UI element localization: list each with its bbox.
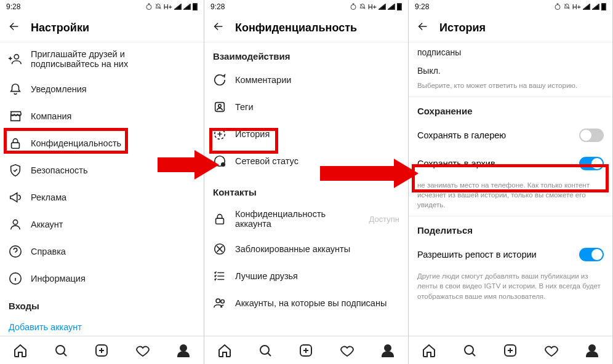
menu-label: Теги (235, 102, 399, 112)
svg-point-3 (14, 55, 18, 59)
svg-point-29 (465, 346, 473, 354)
toggle-label: Разрешить репост в истории (417, 250, 537, 259)
menu-privacy[interactable]: Конфиденциальность (0, 130, 204, 157)
tag-icon (213, 100, 226, 114)
menu-ads[interactable]: Реклама (0, 184, 204, 211)
svg-rect-4 (12, 143, 20, 148)
search-icon[interactable] (54, 343, 68, 358)
menu-story[interactable]: История (204, 121, 408, 148)
home-icon[interactable] (13, 343, 28, 358)
svg-point-0 (146, 5, 151, 10)
add-user-icon (9, 52, 22, 66)
row-allow-repost[interactable]: Разрешить репост в истории (409, 240, 612, 269)
menu-security[interactable]: Безопасность (0, 157, 204, 184)
svg-rect-27 (601, 4, 606, 10)
menu-label: История (235, 129, 399, 139)
toggle-switch[interactable] (579, 129, 604, 142)
lock-icon (9, 136, 22, 150)
heart-icon[interactable] (544, 343, 559, 358)
settings-list: Приглашайте друзей и подписывайтесь на н… (0, 42, 204, 336)
bottom-nav (204, 336, 408, 364)
storefront-icon (9, 109, 22, 123)
menu-label: Конфиденциальность (31, 138, 195, 148)
menu-notifications[interactable]: Уведомления (0, 76, 204, 103)
profile-icon[interactable] (585, 343, 599, 358)
add-post-icon[interactable] (298, 343, 313, 358)
section-interactions: Взаимодействия (204, 42, 408, 66)
users-icon (213, 296, 226, 310)
shield-icon (9, 164, 22, 177)
page-title: Конфиденциальность (235, 22, 357, 34)
page-title: История (439, 22, 486, 34)
menu-comments[interactable]: Комментарии (204, 66, 408, 93)
status-bar: 9:28 H+ (204, 0, 408, 14)
status-time: 9:28 (6, 2, 20, 11)
toggle-switch[interactable] (579, 157, 604, 170)
panel-settings: 9:28 H+ Настройки Приглашайте друзей и п… (0, 0, 204, 364)
menu-tags[interactable]: Теги (204, 93, 408, 121)
menu-label: Справка (31, 247, 195, 256)
add-post-icon[interactable] (94, 343, 109, 358)
story-icon (213, 127, 226, 141)
off-value: Выкл. (409, 61, 612, 78)
back-icon[interactable] (212, 20, 225, 36)
archive-hint: не занимать место на телефоне. Как тольк… (409, 178, 612, 216)
svg-point-21 (216, 299, 220, 303)
row-save-archive[interactable]: Сохранять в архив (409, 149, 612, 178)
row-save-gallery[interactable]: Сохранять в галерею (409, 121, 612, 149)
profile-icon[interactable] (380, 343, 395, 358)
section-contacts: Контакты (204, 175, 408, 202)
add-account-link[interactable]: Добавить аккаунт (0, 316, 204, 336)
reply-hint: Выберите, кто может ответить на вашу ист… (409, 78, 612, 97)
menu-label: Заблокированные аккаунты (235, 244, 399, 254)
heart-icon[interactable] (340, 343, 355, 358)
panel-story: 9:28 H+ История подписаны Выкл. Выберите… (409, 0, 613, 364)
megaphone-icon (9, 191, 22, 204)
home-icon[interactable] (422, 343, 436, 358)
svg-point-15 (218, 105, 222, 108)
menu-label: Компания (31, 111, 195, 121)
menu-help[interactable]: Справка (0, 238, 204, 265)
search-icon[interactable] (462, 343, 477, 358)
section-share: Поделиться (409, 216, 612, 240)
status-time: 9:28 (415, 2, 429, 11)
svg-point-26 (555, 5, 560, 10)
menu-info[interactable]: Информация (0, 265, 204, 292)
comment-icon (213, 73, 226, 87)
back-icon[interactable] (7, 20, 21, 36)
home-icon[interactable] (217, 343, 232, 358)
status-icons: H+ (350, 3, 402, 10)
menu-label: Реклама (31, 192, 195, 202)
list-star-icon (213, 269, 226, 283)
panel-privacy: 9:28 H+ Конфиденциальность Взаимодействи… (204, 0, 409, 364)
menu-activity-status[interactable]: Сетевой статус (204, 148, 408, 175)
menu-following[interactable]: Аккаунты, на которые вы подписаны (204, 290, 408, 317)
user-icon (9, 218, 22, 231)
add-post-icon[interactable] (503, 343, 518, 358)
status-time: 9:28 (210, 2, 225, 11)
svg-rect-19 (216, 218, 224, 224)
menu-blocked[interactable]: Заблокированные аккаунты (204, 235, 408, 263)
menu-close-friends[interactable]: Лучшие друзья (204, 263, 408, 290)
heart-icon[interactable] (135, 343, 150, 358)
lock-icon (213, 212, 226, 226)
menu-label: Безопасность (31, 165, 195, 175)
header: Конфиденциальность (204, 14, 408, 42)
menu-label: Информация (31, 274, 195, 283)
search-icon[interactable] (258, 343, 273, 358)
repost-hint: Другие люди смогут добавлять ваши публик… (409, 269, 612, 307)
menu-label: Лучшие друзья (235, 271, 399, 281)
svg-point-11 (351, 5, 356, 10)
profile-icon[interactable] (176, 343, 191, 358)
menu-account[interactable]: Аккаунт (0, 211, 204, 238)
svg-rect-12 (397, 4, 401, 10)
status-bar: 9:28 H+ (0, 0, 204, 14)
menu-label: Уведомления (31, 84, 195, 94)
menu-invite[interactable]: Приглашайте друзей и подписывайтесь на н… (0, 42, 204, 76)
menu-business[interactable]: Компания (0, 103, 204, 130)
info-icon (9, 272, 22, 285)
menu-account-privacy[interactable]: Конфиденциальность аккаунта Доступн (204, 202, 408, 235)
toggle-switch[interactable] (579, 248, 604, 261)
svg-rect-1 (193, 4, 197, 10)
back-icon[interactable] (416, 20, 430, 36)
